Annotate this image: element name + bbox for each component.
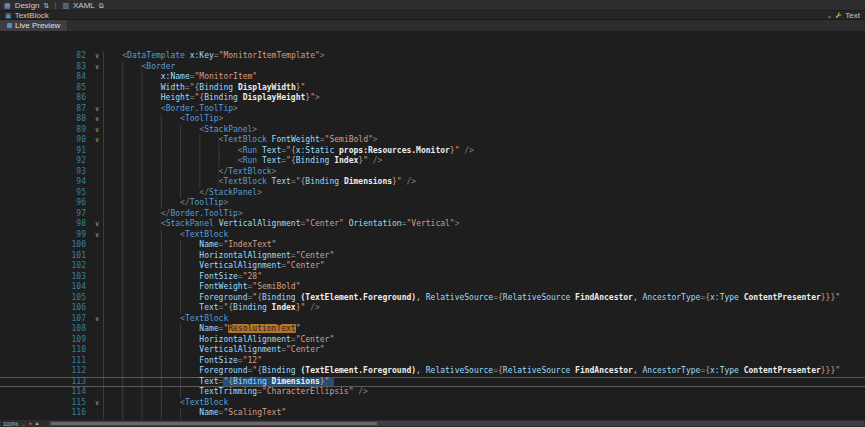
fold-gutter — [91, 188, 103, 199]
code-text: <TextBlock — [103, 314, 865, 325]
fold-gutter — [91, 324, 103, 335]
code-text: VerticalAlignment="Center" — [103, 345, 865, 356]
code-line[interactable]: 89∨<StackPanel> — [0, 125, 865, 136]
fold-chevron-icon[interactable]: ∨ — [91, 314, 103, 325]
code-text: <TextBlock — [103, 398, 865, 409]
fold-gutter — [91, 177, 103, 188]
code-line[interactable]: 95</StackPanel> — [0, 188, 865, 199]
code-line[interactable]: 104FontWeight="SemiBold" — [0, 282, 865, 293]
fold-gutter — [91, 198, 103, 209]
line-number: 108 — [0, 324, 91, 335]
code-line[interactable]: 105Foreground="{Binding (TextElement.For… — [0, 293, 865, 304]
popout-pane-icon[interactable]: ⧉ — [99, 2, 104, 9]
live-preview-icon — [7, 23, 12, 28]
code-text: </ToolTip> — [103, 198, 865, 209]
line-number: 90 — [0, 135, 91, 146]
design-view-button[interactable]: Design — [15, 0, 40, 11]
fold-gutter — [91, 387, 103, 398]
fold-gutter — [91, 366, 103, 377]
code-line[interactable]: 107∨<TextBlock — [0, 314, 865, 325]
fold-chevron-icon[interactable]: ∨ — [91, 62, 103, 73]
code-text: TextTrimming="CharacterEllipsis" /> — [103, 387, 865, 398]
code-line[interactable]: 112Foreground="{Binding (TextElement.For… — [0, 366, 865, 377]
fold-chevron-icon[interactable]: ∨ — [91, 398, 103, 409]
fold-gutter — [91, 293, 103, 304]
code-lines: 82∨<DataTemplate x:Key="MonitorItemTempl… — [0, 51, 865, 419]
code-line[interactable]: 102VerticalAlignment="Center" — [0, 261, 865, 272]
code-text: Text="{Binding Index}" /> — [103, 303, 865, 314]
code-line[interactable]: 98∨<StackPanel VerticalAlignment="Center… — [0, 219, 865, 230]
fold-chevron-icon[interactable]: ∨ — [91, 104, 103, 115]
code-text: <Run Text="{x:Static props:Resources.Mon… — [103, 146, 865, 157]
fold-chevron-icon[interactable]: ∨ — [91, 114, 103, 125]
breadcrumb-element[interactable]: TextBlock — [15, 11, 49, 20]
line-number: 88 — [0, 114, 91, 125]
line-number: 83 — [0, 62, 91, 73]
breadcrumb-property[interactable]: Text — [845, 11, 860, 20]
warning-indicator-icon[interactable]: ▲ — [35, 421, 40, 426]
code-editor[interactable]: 82∨<DataTemplate x:Key="MonitorItemTempl… — [0, 31, 865, 420]
line-number: 82 — [0, 51, 91, 62]
code-line[interactable]: 87∨<Border.ToolTip> — [0, 104, 865, 115]
line-number: 94 — [0, 177, 91, 188]
code-text: </TextBlock> — [103, 167, 865, 178]
fold-gutter — [91, 83, 103, 94]
code-line[interactable]: 99∨<TextBlock — [0, 230, 865, 241]
code-line[interactable]: 82∨<DataTemplate x:Key="MonitorItemTempl… — [0, 51, 865, 62]
code-line[interactable]: 94<TextBlock Text="{Binding Dimensions}"… — [0, 177, 865, 188]
code-line[interactable]: 90∨<TextBlock FontWeight="SemiBold"> — [0, 135, 865, 146]
code-line[interactable]: 103FontSize="28" — [0, 272, 865, 283]
code-line[interactable]: 93</TextBlock> — [0, 167, 865, 178]
code-line[interactable]: 110VerticalAlignment="Center" — [0, 345, 865, 356]
line-number: 112 — [0, 366, 91, 377]
fold-chevron-icon[interactable]: ∨ — [91, 125, 103, 136]
fold-gutter — [91, 251, 103, 262]
line-number: 93 — [0, 167, 91, 178]
code-line[interactable]: 92<Run Text="{Binding Index}" /> — [0, 156, 865, 167]
line-number: 102 — [0, 261, 91, 272]
line-number: 110 — [0, 345, 91, 356]
line-number: 84 — [0, 72, 91, 83]
code-line[interactable]: 84x:Name="MonitorItem" — [0, 72, 865, 83]
code-line[interactable]: 88∨<ToolTip> — [0, 114, 865, 125]
fold-chevron-icon[interactable]: ∨ — [91, 230, 103, 241]
code-line[interactable]: 113Text="{Binding Dimensions}" — [0, 377, 865, 388]
line-number: 111 — [0, 356, 91, 367]
fold-gutter — [91, 261, 103, 272]
line-number: 107 — [0, 314, 91, 325]
fold-gutter — [91, 209, 103, 220]
code-line[interactable]: 101HorizontalAlignment="Center" — [0, 251, 865, 262]
code-line[interactable]: 109HorizontalAlignment="Center" — [0, 335, 865, 346]
code-line[interactable]: 114TextTrimming="CharacterEllipsis" /> — [0, 387, 865, 398]
code-text: Foreground="{Binding (TextElement.Foregr… — [103, 366, 865, 377]
code-text: Height="{Binding DisplayHeight}"> — [103, 93, 865, 104]
code-line[interactable]: 85Width="{Binding DisplayWidth}" — [0, 83, 865, 94]
code-text: <TextBlock — [103, 230, 865, 241]
xaml-view-button[interactable]: XAML — [73, 0, 95, 11]
code-text: <DataTemplate x:Key="MonitorItemTemplate… — [103, 51, 865, 62]
dropdown-caret-icon[interactable]: ⌄ — [826, 12, 832, 19]
live-preview-tab[interactable]: Live Preview — [0, 20, 67, 31]
code-line[interactable]: 97</Border.ToolTip> — [0, 209, 865, 220]
code-line[interactable]: 108Name="ResolutionText" — [0, 324, 865, 335]
code-line[interactable]: 116Name="ScalingText" — [0, 408, 865, 419]
code-line[interactable]: 96</ToolTip> — [0, 198, 865, 209]
code-line[interactable]: 111FontSize="12" — [0, 356, 865, 367]
horizontal-scrollbar[interactable] — [49, 421, 864, 426]
line-number: 98 — [0, 219, 91, 230]
code-line[interactable]: 86Height="{Binding DisplayHeight}"> — [0, 93, 865, 104]
zoom-caret-icon[interactable]: ⌄ — [21, 421, 25, 427]
horizontal-scrollbar-thumb[interactable] — [51, 422, 377, 425]
swap-panes-icon[interactable]: ⇅ — [44, 2, 50, 9]
code-line[interactable]: 91<Run Text="{x:Static props:Resources.M… — [0, 146, 865, 157]
zoom-level[interactable]: 100% — [3, 421, 18, 427]
code-line[interactable]: 106Text="{Binding Index}" /> — [0, 303, 865, 314]
error-indicator-icon[interactable]: ● — [29, 421, 32, 426]
code-line[interactable]: 83∨<Border — [0, 62, 865, 73]
fold-chevron-icon[interactable]: ∨ — [91, 51, 103, 62]
code-line[interactable]: 100Name="IndexText" — [0, 240, 865, 251]
code-line[interactable]: 115∨<TextBlock — [0, 398, 865, 409]
fold-chevron-icon[interactable]: ∨ — [91, 135, 103, 146]
fold-gutter — [91, 272, 103, 283]
fold-chevron-icon[interactable]: ∨ — [91, 219, 103, 230]
